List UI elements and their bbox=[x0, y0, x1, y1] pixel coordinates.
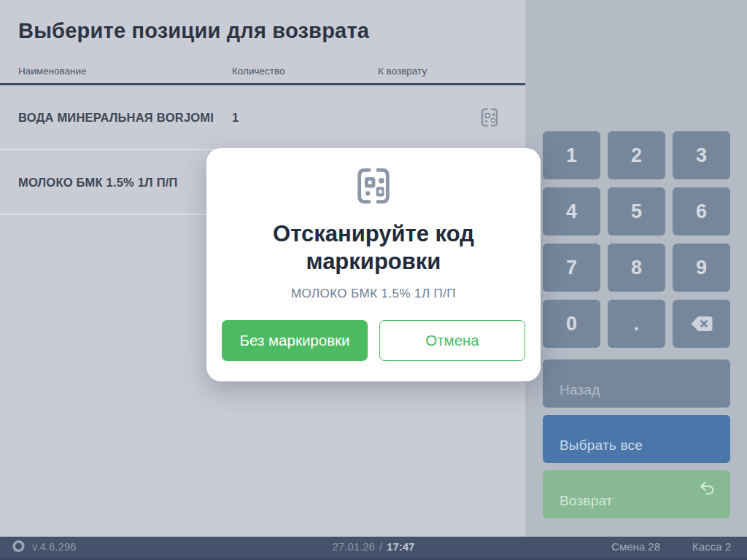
column-header-quantity: Количество bbox=[232, 66, 285, 77]
sidebar-actions: Назад Выбрать все Возврат bbox=[543, 359, 730, 518]
status-date: 27.01.26 bbox=[333, 540, 375, 553]
cancel-button[interactable]: Отмена bbox=[379, 320, 525, 361]
status-right: Смена 28 Касса 2 bbox=[611, 537, 731, 556]
keypad-key-3[interactable]: 3 bbox=[673, 131, 730, 179]
datamatrix-scan-icon bbox=[352, 165, 395, 207]
backspace-icon bbox=[689, 315, 714, 332]
keypad-key-7[interactable]: 7 bbox=[543, 244, 600, 292]
status-separator: / bbox=[379, 540, 382, 553]
keypad-key-0[interactable]: 0 bbox=[543, 300, 600, 348]
status-bar: v.4.6.296 27.01.26 / 17:47 Смена 28 Касс… bbox=[0, 537, 747, 560]
product-name: ВОДА МИНЕРАЛЬНАЯ BORJOMI bbox=[18, 110, 214, 124]
app-version: v.4.6.296 bbox=[32, 540, 77, 553]
keypad-key-9[interactable]: 9 bbox=[673, 244, 730, 292]
back-button[interactable]: Назад bbox=[543, 359, 730, 408]
page-title: Выберите позиции для возврата bbox=[18, 19, 369, 43]
table-header: Наименование Количество К возврату bbox=[0, 66, 525, 83]
keypad-key-2[interactable]: 2 bbox=[608, 131, 665, 179]
keypad-key-1[interactable]: 1 bbox=[543, 131, 600, 179]
modal-title: Отсканируйте код маркировки bbox=[242, 220, 505, 276]
product-quantity: 1 bbox=[232, 110, 239, 124]
pos-return-screen: Выберите позиции для возврата Наименован… bbox=[0, 0, 747, 560]
modal-buttons: Без маркировки Отмена bbox=[222, 320, 525, 361]
keypad: 1 2 3 4 5 6 7 8 9 0 . bbox=[543, 131, 730, 348]
refund-button[interactable]: Возврат bbox=[543, 470, 730, 518]
status-left: v.4.6.296 bbox=[11, 537, 77, 556]
app-logo-icon bbox=[11, 539, 26, 554]
backspace-key[interactable] bbox=[673, 300, 730, 348]
keypad-key-5[interactable]: 5 bbox=[608, 187, 665, 236]
shift-label: Смена 28 bbox=[611, 540, 660, 553]
select-all-button[interactable]: Выбрать все bbox=[543, 415, 730, 463]
keypad-key-6[interactable]: 6 bbox=[673, 187, 730, 236]
product-name: МОЛОКО БМК 1.5% 1Л П/П bbox=[18, 175, 178, 189]
table-row[interactable]: ВОДА МИНЕРАЛЬНАЯ BORJOMI 1 bbox=[0, 85, 525, 150]
keypad-key-dot[interactable]: . bbox=[608, 300, 665, 348]
terminal-label: Касса 2 bbox=[692, 540, 731, 553]
numpad-sidebar: 1 2 3 4 5 6 7 8 9 0 . Назад Выбрать все … bbox=[525, 0, 747, 537]
without-marking-button[interactable]: Без маркировки bbox=[222, 320, 368, 361]
column-header-to-return: К возврату bbox=[378, 66, 427, 77]
column-header-name: Наименование bbox=[18, 66, 87, 77]
status-datetime: 27.01.26 / 17:47 bbox=[333, 537, 415, 556]
undo-icon bbox=[698, 480, 716, 498]
refund-button-label: Возврат bbox=[560, 493, 613, 509]
datamatrix-icon bbox=[479, 106, 500, 128]
scan-marking-modal: Отсканируйте код маркировки МОЛОКО БМК 1… bbox=[206, 148, 541, 381]
modal-product-name: МОЛОКО БМК 1.5% 1Л П/П bbox=[291, 287, 456, 301]
status-time: 17:47 bbox=[387, 540, 414, 553]
keypad-key-8[interactable]: 8 bbox=[608, 244, 665, 292]
keypad-key-4[interactable]: 4 bbox=[543, 187, 600, 236]
